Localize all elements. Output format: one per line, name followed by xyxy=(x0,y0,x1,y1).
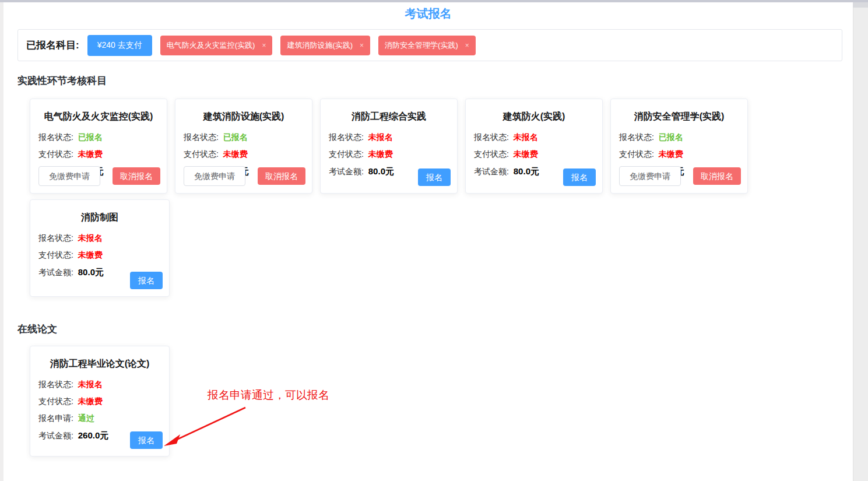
subject-card: 消防工程综合实践 报名状态: 未报名 支付状态: 未缴费 考试金额: 80.0元… xyxy=(320,99,458,194)
practice-cards-row-1: 电气防火及火灾监控(实践) 报名状态: 已报名 支付状态: 未缴费 考试金额: … xyxy=(30,99,853,194)
go-pay-button[interactable]: ¥240 去支付 xyxy=(87,35,152,56)
register-button[interactable]: 报名 xyxy=(418,168,451,186)
payment-status-row: 支付状态: 未缴费 xyxy=(38,396,161,407)
tag-close-icon[interactable]: × xyxy=(465,42,469,49)
registration-status-label: 报名状态: xyxy=(38,233,73,243)
registration-status-value: 未报名 xyxy=(78,233,103,243)
registered-subjects-bar: 已报名科目: ¥240 去支付 电气防火及火灾监控(实践) × 建筑消防设施(实… xyxy=(17,29,842,61)
registration-status-label: 报名状态: xyxy=(184,132,219,142)
register-button[interactable]: 报名 xyxy=(563,168,596,186)
registration-status-row: 报名状态: 未报名 xyxy=(474,132,594,143)
tag-label: 电气防火及火灾监控(实践) xyxy=(167,40,255,51)
registration-status-label: 报名状态: xyxy=(38,132,73,142)
registration-status-row: 报名状态: 未报名 xyxy=(329,132,449,143)
registration-status-label: 报名状态: xyxy=(619,132,654,142)
payment-status-value: 未缴费 xyxy=(223,149,248,159)
payment-status-label: 支付状态: xyxy=(329,149,364,159)
subject-card: 建筑防火(实践) 报名状态: 未报名 支付状态: 未缴费 考试金额: 80.0元… xyxy=(465,99,603,194)
practice-section-title: 实践性环节考核科目 xyxy=(17,74,853,87)
payment-status-value: 未缴费 xyxy=(514,149,538,159)
registration-status-value: 已报名 xyxy=(223,132,248,142)
scrollbar[interactable] xyxy=(853,2,868,481)
registered-subject-tag[interactable]: 建筑消防设施(实践) × xyxy=(280,36,370,55)
payment-status-value: 未缴费 xyxy=(78,396,103,406)
cancel-registration-button[interactable]: 取消报名 xyxy=(693,167,741,185)
subject-card-title: 消防制图 xyxy=(38,212,161,224)
registration-status-row: 报名状态: 未报名 xyxy=(38,380,161,390)
subject-card-title: 消防工程综合实践 xyxy=(329,111,449,123)
payment-status-row: 支付状态: 未缴费 xyxy=(38,250,161,261)
registration-status-value: 未报名 xyxy=(368,132,393,142)
payment-status-label: 支付状态: xyxy=(474,149,509,159)
tag-label: 建筑消防设施(实践) xyxy=(287,40,353,51)
registration-status-row: 报名状态: 已报名 xyxy=(184,132,304,143)
exam-registration-page: 考试报名 已报名科目: ¥240 去支付 电气防火及火灾监控(实践) × 建筑消… xyxy=(3,2,853,481)
registration-status-row: 报名状态: 已报名 xyxy=(619,132,739,143)
payment-status-label: 支付状态: xyxy=(619,149,654,159)
thesis-card: 消防工程毕业论文(论文) 报名状态: 未报名 支付状态: 未缴费 报名申请: 通… xyxy=(30,346,170,457)
register-button[interactable]: 报名 xyxy=(130,272,163,289)
scrollbar-up-button[interactable] xyxy=(853,2,868,8)
payment-status-row: 支付状态: 未缴费 xyxy=(329,149,449,160)
registration-status-label: 报名状态: xyxy=(329,132,364,142)
cancel-registration-button[interactable]: 取消报名 xyxy=(113,167,160,185)
annotation-arrow-icon xyxy=(159,404,252,451)
registration-status-label: 报名状态: xyxy=(474,132,509,142)
registration-status-row: 报名状态: 已报名 xyxy=(38,132,159,143)
payment-status-value: 未缴费 xyxy=(368,149,393,159)
thesis-card-title: 消防工程毕业论文(论文) xyxy=(38,358,161,370)
registration-status-value: 未报名 xyxy=(78,380,103,389)
subject-card-title: 建筑消防设施(实践) xyxy=(184,111,304,123)
registered-subjects-label: 已报名科目: xyxy=(26,38,79,52)
window-top-border xyxy=(0,0,868,2)
payment-status-row: 支付状态: 未缴费 xyxy=(474,149,594,160)
subject-card: 电气防火及火灾监控(实践) 报名状态: 已报名 支付状态: 未缴费 考试金额: … xyxy=(30,99,167,194)
subject-card-title: 建筑防火(实践) xyxy=(474,111,594,123)
tag-label: 消防安全管理学(实践) xyxy=(385,40,458,51)
payment-status-label: 支付状态: xyxy=(38,396,73,406)
payment-status-label: 支付状态: xyxy=(38,250,73,259)
application-status-value: 通过 xyxy=(78,413,94,423)
payment-status-value: 未缴费 xyxy=(78,149,103,159)
fee-waiver-button[interactable]: 免缴费申请 xyxy=(619,166,681,186)
tag-close-icon[interactable]: × xyxy=(262,42,266,49)
page-title: 考试报名 xyxy=(3,2,853,22)
thesis-section: 消防工程毕业论文(论文) 报名状态: 未报名 支付状态: 未缴费 报名申请: 通… xyxy=(30,346,438,457)
registration-status-label: 报名状态: xyxy=(38,380,73,389)
registration-status-value: 已报名 xyxy=(659,132,683,142)
subject-card: 消防制图 报名状态: 未报名 支付状态: 未缴费 考试金额: 80.0元 报名 xyxy=(30,199,170,297)
annotation-text: 报名申请通过，可以报名 xyxy=(208,388,329,403)
registration-status-value: 已报名 xyxy=(78,132,103,142)
registered-subject-tag[interactable]: 消防安全管理学(实践) × xyxy=(378,36,476,55)
registered-subject-tag[interactable]: 电气防火及火灾监控(实践) × xyxy=(160,36,273,55)
register-button[interactable]: 报名 xyxy=(130,431,163,449)
payment-status-label: 支付状态: xyxy=(184,149,219,159)
payment-status-row: 支付状态: 未缴费 xyxy=(619,149,739,160)
subject-card: 建筑消防设施(实践) 报名状态: 已报名 支付状态: 未缴费 考试金额: 80.… xyxy=(175,99,312,194)
payment-status-row: 支付状态: 未缴费 xyxy=(38,149,159,160)
payment-status-value: 未缴费 xyxy=(659,149,683,159)
fee-waiver-button[interactable]: 免缴费申请 xyxy=(184,166,245,186)
practice-cards-row-2: 消防制图 报名状态: 未报名 支付状态: 未缴费 考试金额: 80.0元 报名 xyxy=(30,199,853,297)
fee-waiver-button[interactable]: 免缴费申请 xyxy=(38,166,100,186)
tag-close-icon[interactable]: × xyxy=(360,42,364,49)
subject-card: 消防安全管理学(实践) 报名状态: 已报名 支付状态: 未缴费 考试金额: 80… xyxy=(610,99,748,194)
payment-status-value: 未缴费 xyxy=(78,250,103,259)
registration-status-value: 未报名 xyxy=(514,132,538,142)
subject-card-title: 电气防火及火灾监控(实践) xyxy=(38,111,159,123)
thesis-section-title: 在线论文 xyxy=(17,322,853,336)
payment-status-row: 支付状态: 未缴费 xyxy=(184,149,304,160)
payment-status-label: 支付状态: xyxy=(38,149,73,159)
registration-status-row: 报名状态: 未报名 xyxy=(38,233,161,244)
subject-card-title: 消防安全管理学(实践) xyxy=(619,111,739,123)
application-status-label: 报名申请: xyxy=(38,413,73,423)
cancel-registration-button[interactable]: 取消报名 xyxy=(258,167,305,185)
application-status-row: 报名申请: 通过 xyxy=(38,413,161,424)
